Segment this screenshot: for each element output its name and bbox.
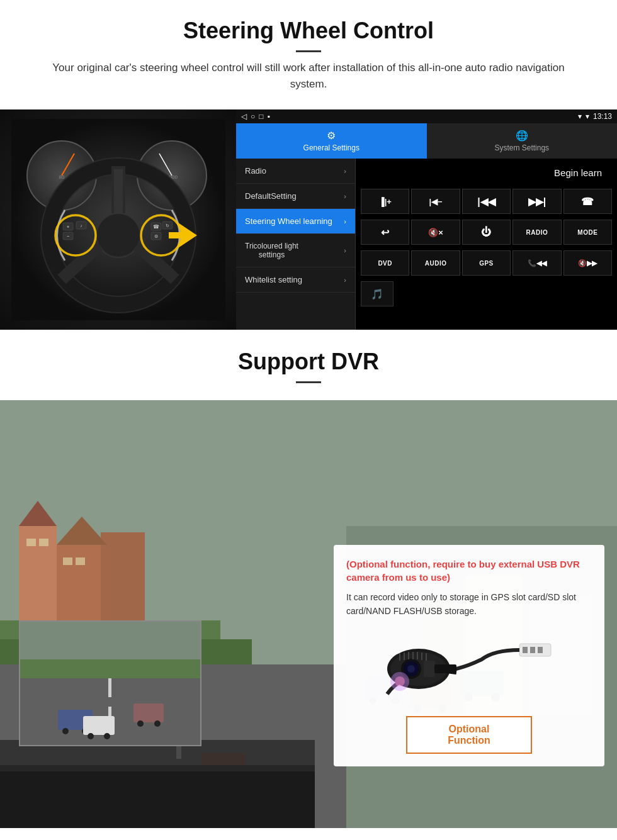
svg-text:⚙: ⚙ xyxy=(154,234,158,238)
tab-general-label: General Settings xyxy=(303,143,359,152)
svg-rect-35 xyxy=(26,539,36,546)
phone-prev-icon: 📞◀◀ xyxy=(528,259,546,267)
ctrl-dvd[interactable]: DVD xyxy=(361,250,409,276)
ctrl-phone-prev[interactable]: 📞◀◀ xyxy=(512,250,561,276)
svg-rect-89 xyxy=(538,647,543,653)
svg-rect-106 xyxy=(434,664,456,673)
mute-next-icon: 🔇▶▶ xyxy=(578,259,597,267)
svg-point-103 xyxy=(395,676,405,686)
chevron-right-icon-2: › xyxy=(344,193,346,200)
menu-steering-label: Steering Wheel learning xyxy=(245,216,332,226)
svg-point-84 xyxy=(88,733,94,739)
svg-rect-80 xyxy=(133,703,164,722)
wifi-icon: ▾ xyxy=(586,112,589,121)
tab-general-settings[interactable]: ⚙ General Settings xyxy=(236,123,427,159)
ctrl-prev[interactable]: |◀◀ xyxy=(462,189,511,214)
time-display: 13:13 xyxy=(593,112,612,121)
ctrl-phone[interactable]: ☎ xyxy=(563,189,612,214)
dvr-title-divider xyxy=(296,381,321,383)
control-buttons-row3: DVD AUDIO GPS 📞◀◀ 🔇▶▶ xyxy=(356,249,617,277)
phone-icon: ☎ xyxy=(581,196,594,208)
dvr-camera-svg xyxy=(381,634,557,703)
power-icon: ⏻ xyxy=(481,227,491,238)
svg-point-85 xyxy=(104,733,110,739)
tab-system-label: System Settings xyxy=(494,143,549,152)
svg-rect-36 xyxy=(39,539,48,546)
prev-icon: |◀◀ xyxy=(477,196,495,208)
mute-icon: 🔇× xyxy=(428,228,443,237)
svg-point-82 xyxy=(154,720,161,727)
svg-rect-38 xyxy=(76,557,85,565)
svg-text:−: − xyxy=(66,234,69,238)
ctrl-vol-up[interactable]: ▐|+ xyxy=(361,189,409,214)
control-buttons-row1: ▐|+ |◀− |◀◀ ▶▶| ☎ xyxy=(356,187,617,216)
dashcam-preview xyxy=(19,620,201,746)
dvr-camera-illustration xyxy=(346,631,592,707)
music-icon: 🎵 xyxy=(371,288,383,300)
menu-item-steering-wheel[interactable]: Steering Wheel learning › xyxy=(236,209,355,234)
control-buttons-row2: ↩ 🔇× ⏻ RADIO MODE xyxy=(356,218,617,247)
tab-system-settings[interactable]: 🌐 System Settings xyxy=(427,123,618,159)
chevron-right-icon: › xyxy=(344,167,346,175)
mode-label: MODE xyxy=(577,229,597,236)
dvr-optional-text: (Optional function, require to buy exter… xyxy=(346,557,592,584)
begin-learn-button[interactable]: Begin learn xyxy=(546,164,609,182)
dvr-description: It can record video only to storage in G… xyxy=(346,590,592,619)
ctrl-music[interactable]: 🎵 xyxy=(361,281,393,306)
ctrl-mode[interactable]: MODE xyxy=(563,220,612,245)
ctrl-next[interactable]: ▶▶| xyxy=(512,189,561,214)
ctrl-mute[interactable]: 🔇× xyxy=(411,220,460,245)
steering-wheel-photo: 80 3000 + xyxy=(0,109,236,330)
svg-rect-75 xyxy=(108,678,111,697)
menu-item-defaultsetting[interactable]: DefaultSetting › xyxy=(236,184,355,209)
dvr-title-area: Support DVR xyxy=(0,330,617,400)
nav-recent-icon: □ xyxy=(259,112,263,121)
begin-learn-row: Begin learn xyxy=(356,159,617,187)
menu-radio-label: Radio xyxy=(245,166,266,176)
svg-rect-69 xyxy=(0,765,315,828)
nav-back-icon: ◁ xyxy=(241,112,247,121)
svg-rect-88 xyxy=(530,647,535,653)
menu-item-radio[interactable]: Radio › xyxy=(236,159,355,184)
chevron-right-icon-5: › xyxy=(344,276,346,284)
signal-icon: ▾ xyxy=(578,112,582,121)
vol-down-icon: |◀− xyxy=(429,197,442,206)
svg-rect-37 xyxy=(63,557,72,565)
vol-up-icon: ▐|+ xyxy=(378,197,391,206)
svg-rect-83 xyxy=(83,716,115,735)
ctrl-gps[interactable]: GPS xyxy=(462,250,511,276)
title-divider xyxy=(296,50,321,52)
gear-icon: ⚙ xyxy=(327,130,336,142)
menu-item-whitelist[interactable]: Whitelist setting › xyxy=(236,267,355,293)
dashcam-preview-svg xyxy=(20,622,201,746)
android-statusbar: ◁ ○ □ ▪ ▾ ▾ 13:13 xyxy=(236,109,617,123)
dvr-section: Support DVR xyxy=(0,330,617,828)
ctrl-mute-next[interactable]: 🔇▶▶ xyxy=(563,250,612,276)
steering-demo-area: 80 3000 + xyxy=(0,109,617,330)
optional-function-button[interactable]: Optional Function xyxy=(406,716,532,754)
nav-home-icon: ○ xyxy=(251,112,255,121)
page-title: Steering Wheel Control xyxy=(13,18,604,44)
svg-rect-105 xyxy=(424,661,435,677)
menu-item-tricoloured[interactable]: Tricoloured lightsettings › xyxy=(236,234,355,267)
ctrl-vol-down[interactable]: |◀− xyxy=(411,189,460,214)
svg-text:♪: ♪ xyxy=(80,223,82,228)
dvr-title: Support DVR xyxy=(13,349,604,375)
chevron-right-icon-3: › xyxy=(344,218,346,225)
ctrl-hang-up[interactable]: ↩ xyxy=(361,220,409,245)
next-icon: ▶▶| xyxy=(528,196,546,208)
svg-rect-74 xyxy=(20,659,201,678)
svg-text:80: 80 xyxy=(59,174,64,180)
audio-label: AUDIO xyxy=(425,260,447,267)
chevron-right-icon-4: › xyxy=(344,247,346,254)
svg-point-94 xyxy=(407,665,415,673)
android-menu: Radio › DefaultSetting › Steering Wheel … xyxy=(236,159,356,330)
svg-point-81 xyxy=(137,720,144,727)
android-controls-panel: Begin learn ▐|+ |◀− |◀◀ ▶▶| xyxy=(356,159,617,330)
svg-text:+: + xyxy=(66,225,69,229)
dvr-background: (Optional function, require to buy exter… xyxy=(0,400,617,828)
svg-point-78 xyxy=(62,728,69,734)
ctrl-audio[interactable]: AUDIO xyxy=(411,250,460,276)
ctrl-radio[interactable]: RADIO xyxy=(512,220,561,245)
ctrl-power[interactable]: ⏻ xyxy=(462,220,511,245)
